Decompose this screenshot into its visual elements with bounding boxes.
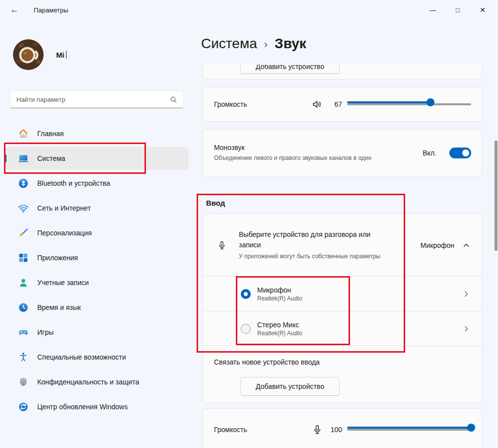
text-cursor: [66, 51, 67, 59]
search-icon[interactable]: [170, 96, 177, 103]
microphone-icon[interactable]: [312, 424, 323, 435]
mono-audio-title: Монозвук: [214, 144, 423, 151]
volume-value: 67: [328, 100, 342, 108]
back-button[interactable]: ←: [5, 1, 24, 18]
device-driver: Realtek(R) Audio: [257, 295, 462, 302]
sidebar-item-system[interactable]: Система: [5, 147, 189, 170]
clock-icon: [18, 302, 29, 313]
sidebar-item-label: Центр обновления Windows: [37, 403, 128, 411]
breadcrumb: Система › Звук: [201, 36, 306, 52]
gamepad-icon: [18, 327, 29, 338]
sidebar-item-home[interactable]: Главная: [5, 122, 189, 145]
mono-audio-description: Объединение левого и правого звуковых ка…: [214, 153, 395, 162]
sidebar-item-personalization[interactable]: Персонализация: [5, 222, 189, 244]
slider-track[interactable]: [347, 429, 471, 431]
window-title: Параметры: [34, 6, 68, 14]
mono-audio-toggle[interactable]: [449, 148, 471, 158]
sidebar-item-time-language[interactable]: Время и язык: [5, 296, 189, 319]
speaker-icon[interactable]: [312, 99, 323, 110]
output-volume-slider[interactable]: [347, 99, 471, 109]
sidebar-item-accessibility[interactable]: Специальные возможности: [5, 346, 189, 369]
chooser-subtitle: У приложений могут быть собственные пара…: [239, 252, 383, 261]
user-name: Mi: [56, 51, 65, 59]
window-controls: — □ ×: [421, 0, 495, 20]
slider-fill: [347, 101, 430, 103]
pair-new-device-section: Связать новое устройство ввода Добавить …: [203, 346, 482, 403]
sidebar-item-label: Время и язык: [37, 303, 81, 311]
sidebar-item-label: Bluetooth и устройства: [37, 179, 110, 187]
maximize-button[interactable]: □: [445, 0, 470, 20]
toggle-knob: [462, 149, 469, 156]
sidebar-item-label: Специальные возможности: [37, 353, 126, 361]
breadcrumb-parent[interactable]: Система: [201, 36, 257, 52]
sidebar-item-accounts[interactable]: Учетные записи: [5, 271, 189, 294]
breadcrumb-separator-icon: ›: [264, 38, 268, 51]
device-text: Стерео Микс Realtek(R) Audio: [257, 321, 462, 337]
sidebar-item-label: Сеть и Интернет: [37, 204, 91, 212]
input-devices-card: Выберите устройство для разговора или за…: [203, 214, 482, 403]
slider-track[interactable]: [347, 103, 471, 105]
device-row-stereo-mix[interactable]: Стерео Микс Realtek(R) Audio: [203, 311, 482, 346]
mono-audio-text: Монозвук Объединение левого и правого зв…: [214, 144, 423, 162]
sidebar-item-label: Персонализация: [37, 229, 92, 237]
volume-label: Громкость: [214, 426, 312, 434]
device-name: Стерео Микс: [257, 321, 462, 329]
device-row-microphone[interactable]: Микрофон Realtek(R) Audio: [203, 276, 482, 311]
back-icon: ←: [10, 5, 19, 15]
sidebar-item-label: Учетные записи: [37, 279, 89, 287]
user-profile[interactable]: Mi: [13, 39, 67, 70]
title-bar: ← Параметры — □ ×: [0, 0, 498, 20]
search-box: [10, 90, 184, 108]
slider-fill: [347, 427, 471, 429]
minimize-icon: —: [430, 6, 436, 14]
avatar: [13, 39, 44, 70]
sidebar-nav: Главная Система Bluetooth и устройства С…: [5, 122, 189, 420]
sidebar-item-bluetooth[interactable]: Bluetooth и устройства: [5, 172, 189, 195]
person-icon: [18, 277, 29, 288]
radio-unselected[interactable]: [241, 324, 251, 334]
sidebar-item-privacy[interactable]: Конфиденциальность и защита: [5, 371, 189, 393]
volume-label: Громкость: [214, 100, 312, 108]
input-device-chooser[interactable]: Выберите устройство для разговора или за…: [203, 214, 482, 276]
output-volume-card: Громкость 67: [203, 87, 482, 122]
sidebar-item-games[interactable]: Игры: [5, 321, 189, 344]
toggle-state-label: Вкл.: [423, 149, 436, 157]
device-text: Микрофон Realtek(R) Audio: [257, 286, 462, 302]
sidebar: Mi Главная Система Bluetooth и устройств: [0, 20, 194, 448]
sidebar-item-apps[interactable]: Приложения: [5, 246, 189, 269]
slider-thumb[interactable]: [427, 98, 434, 106]
sidebar-item-windows-update[interactable]: Центр обновления Windows: [5, 395, 189, 418]
brush-icon: [18, 227, 29, 238]
close-button[interactable]: ×: [470, 0, 495, 20]
device-driver: Realtek(R) Audio: [257, 330, 462, 337]
chooser-text: Выберите устройство для разговора или за…: [239, 229, 421, 261]
add-input-device-button[interactable]: Добавить устройство: [240, 377, 340, 396]
chevron-right-icon: [462, 290, 470, 298]
input-volume-card: Громкость 100: [203, 408, 482, 448]
bluetooth-icon: [18, 178, 29, 189]
sidebar-item-label: Главная: [37, 130, 64, 138]
device-name: Микрофон: [257, 286, 462, 294]
scrollbar-thumb[interactable]: [495, 141, 498, 251]
input-volume-slider[interactable]: [347, 425, 471, 435]
chevron-right-icon: [462, 325, 470, 333]
apps-grid-icon: [18, 252, 29, 263]
home-icon: [18, 128, 29, 139]
sidebar-item-network[interactable]: Сеть и Интернет: [5, 197, 189, 220]
page-title: Звук: [275, 36, 306, 52]
page-header: Система › Звук: [194, 20, 498, 65]
update-icon: [18, 401, 29, 412]
volume-value: 100: [328, 426, 342, 434]
shield-icon: [18, 376, 29, 387]
accessibility-icon: [18, 352, 29, 363]
minimize-button[interactable]: —: [421, 0, 445, 20]
sidebar-item-label: Приложения: [37, 254, 78, 262]
close-icon: ×: [480, 4, 485, 15]
radio-selected[interactable]: [241, 289, 251, 299]
mono-audio-card: Монозвук Объединение левого и правого зв…: [203, 129, 482, 176]
slider-thumb[interactable]: [467, 424, 475, 432]
search-input[interactable]: [16, 96, 170, 103]
chevron-up-icon: [462, 241, 470, 249]
maximize-icon: □: [456, 6, 460, 14]
microphone-icon: [217, 240, 227, 250]
